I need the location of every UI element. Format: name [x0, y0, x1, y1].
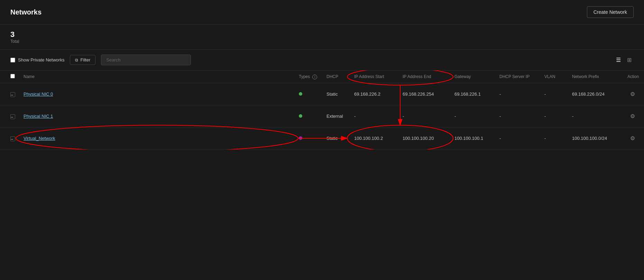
filter-button[interactable]: ⧉ Filter [70, 55, 95, 65]
grid-view-button[interactable]: ⊞ [625, 55, 634, 65]
row-0-dhcp-server-ip: - [495, 83, 540, 105]
row-1-ip-end: - [398, 105, 450, 127]
filter-icon: ⧉ [75, 58, 78, 62]
list-view-button[interactable]: ☰ [614, 55, 623, 65]
col-header-dhcp: DHCP [322, 70, 350, 83]
col-header-ip-start: IP Address Start [350, 70, 398, 83]
table-row: − Physical NIC 0 Static 69.168.226.2 69.… [0, 83, 644, 105]
row-0-collapse-icon: − [10, 92, 15, 97]
page-title: Networks [10, 8, 42, 16]
row-2-ip-start: 100.100.100.2 [350, 127, 398, 149]
row-2-dhcp: Static [322, 127, 350, 149]
list-view-icon: ☰ [616, 57, 621, 63]
row-1-collapse-icon: − [10, 114, 15, 119]
networks-table-container: Name Types i DHCP IP Address Start IP Ad… [0, 70, 644, 149]
row-2-settings-button[interactable]: ⚙ [627, 134, 638, 143]
row-2-gateway: 100.100.100.1 [450, 127, 495, 149]
row-2-name-link[interactable]: Virtual_Network [24, 136, 55, 141]
row-0-ip-end: 69.168.226.254 [398, 83, 450, 105]
table-header-row: Name Types i DHCP IP Address Start IP Ad… [0, 70, 644, 83]
row-1-network-prefix: - [568, 105, 623, 127]
row-2-ip-end: 100.100.100.20 [398, 127, 450, 149]
total-count: 3 [10, 30, 634, 39]
row-0-status-dot [299, 92, 302, 96]
col-header-gateway: Gateway [450, 70, 495, 83]
row-2-network-prefix: 100.100.100.0/24 [568, 127, 623, 149]
col-header-dhcp-server-ip: DHCP Server IP [495, 70, 540, 83]
settings-icon: ⚙ [630, 135, 635, 141]
row-0-ip-start: 69.168.226.2 [350, 83, 398, 105]
row-0-name: Physical NIC 0 [19, 83, 295, 105]
settings-icon: ⚙ [630, 91, 635, 97]
row-1-vlan: - [540, 105, 568, 127]
page-header: Networks Create Network [0, 0, 644, 25]
row-checkbox-1: − [0, 105, 19, 127]
row-2-name: Virtual_Network [19, 127, 295, 149]
row-0-action: ⚙ [623, 83, 644, 105]
row-checkbox-0: − [0, 83, 19, 105]
networks-table: Name Types i DHCP IP Address Start IP Ad… [0, 70, 644, 149]
row-1-settings-button[interactable]: ⚙ [627, 112, 638, 121]
row-0-gateway: 69.168.226.1 [450, 83, 495, 105]
show-private-networks-text: Show Private Networks [18, 57, 64, 62]
col-header-network-prefix: Network Prefix [568, 70, 623, 83]
row-2-collapse-icon: − [10, 136, 15, 141]
col-header-name: Name [19, 70, 295, 83]
row-2-status-dot [299, 136, 302, 140]
row-1-action: ⚙ [623, 105, 644, 127]
table-row: − Virtual_Network Static 100.100.100.2 1… [0, 127, 644, 149]
table-row: − Physical NIC 1 External - - - - - - [0, 105, 644, 127]
row-0-dhcp: Static [322, 83, 350, 105]
row-1-name-link[interactable]: Physical NIC 1 [24, 114, 53, 119]
row-0-network-prefix: 69.168.226.0/24 [568, 83, 623, 105]
row-2-action: ⚙ [623, 127, 644, 149]
create-network-button[interactable]: Create Network [587, 6, 634, 18]
row-2-dhcp-server-ip: - [495, 127, 540, 149]
col-header-checkbox [0, 70, 19, 83]
row-0-vlan: - [540, 83, 568, 105]
total-label: Total [10, 39, 634, 44]
types-info-icon: i [312, 75, 317, 79]
col-header-ip-end: IP Address End [398, 70, 450, 83]
stats-bar: 3 Total [0, 25, 644, 50]
row-1-gateway: - [450, 105, 495, 127]
select-all-checkbox[interactable] [10, 74, 15, 78]
row-1-status-dot [299, 114, 302, 118]
settings-icon: ⚙ [630, 113, 635, 119]
show-private-networks-checkbox[interactable] [10, 58, 15, 62]
row-1-ip-start: - [350, 105, 398, 127]
row-1-dhcp: External [322, 105, 350, 127]
row-1-dot [295, 105, 322, 127]
show-private-networks-label[interactable]: Show Private Networks [10, 57, 64, 62]
row-1-dhcp-server-ip: - [495, 105, 540, 127]
row-2-vlan: - [540, 127, 568, 149]
filter-label: Filter [80, 57, 90, 62]
row-1-name: Physical NIC 1 [19, 105, 295, 127]
col-header-action: Action [623, 70, 644, 83]
row-0-name-link[interactable]: Physical NIC 0 [24, 91, 53, 97]
toolbar: Show Private Networks ⧉ Filter ☰ ⊞ [0, 50, 644, 70]
view-toggle: ☰ ⊞ [614, 55, 634, 65]
col-header-types: Types i [295, 70, 322, 83]
row-0-settings-button[interactable]: ⚙ [627, 89, 638, 99]
grid-view-icon: ⊞ [627, 57, 632, 63]
col-header-vlan: VLAN [540, 70, 568, 83]
row-2-dot [295, 127, 322, 149]
search-input[interactable] [101, 55, 191, 65]
row-checkbox-2: − [0, 127, 19, 149]
row-0-dot [295, 83, 322, 105]
